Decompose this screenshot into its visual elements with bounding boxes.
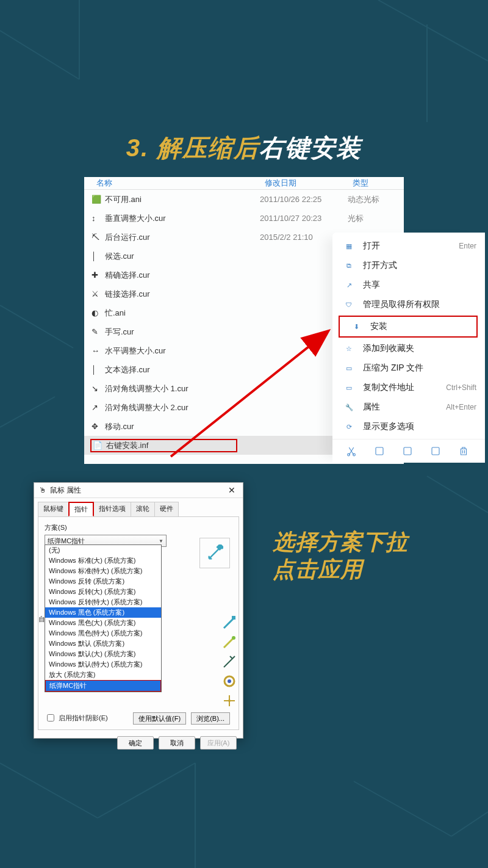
pointer-shadow-checkbox[interactable]: 启用指针阴影(E) (45, 712, 108, 723)
tab[interactable]: 鼠标键 (38, 502, 69, 516)
context-menu-item[interactable]: ⧉打开方式 (332, 256, 485, 275)
dropdown-option[interactable]: Windows 标准(特大) (系统方案) (45, 566, 161, 576)
dropdown-option[interactable]: Windows 反转(大) (系统方案) (45, 587, 161, 597)
svg-text:🔧: 🔧 (345, 403, 354, 411)
scheme-label: 方案(S) (45, 523, 232, 532)
context-menu-item[interactable]: ⬇安装 (339, 316, 478, 338)
menu-item-icon: 🔧 (343, 402, 354, 413)
file-icon: │ (92, 365, 101, 375)
tab[interactable]: 指针选项 (93, 502, 131, 516)
cursor-icon (221, 673, 237, 689)
svg-text:⬇: ⬇ (354, 323, 359, 330)
share-icon[interactable] (430, 446, 441, 457)
context-menu-item[interactable]: 🛡管理员取得所有权限 (332, 295, 485, 314)
dropdown-option[interactable]: Windows 标准(大) (系统方案) (45, 555, 161, 566)
titlebar: 🖱 鼠标 属性 ✕ (34, 483, 243, 498)
dropdown-option[interactable]: Windows 默认 (系统方案) (45, 638, 161, 649)
dropdown-option[interactable]: Windows 反转(特大) (系统方案) (45, 597, 161, 607)
dropdown-option[interactable]: Windows 默认(大) (系统方案) (45, 649, 161, 659)
apply-button[interactable]: 应用(A) (200, 736, 237, 750)
context-menu-item[interactable]: ☆添加到收藏夹 (332, 339, 485, 358)
context-menu-item[interactable]: ▭压缩为 ZIP 文件 (332, 358, 485, 378)
file-date: 2011/10/27 20:23 (260, 214, 348, 223)
cursor-preview (199, 538, 230, 568)
subtitle-line2: 点击应用 (273, 555, 408, 583)
file-name: 沿对角线调整大小 2.cur (105, 402, 188, 413)
svg-line-2 (378, 0, 488, 61)
menu-item-shortcut: Ctrl+Shift (446, 383, 483, 392)
copy-icon[interactable] (374, 446, 385, 457)
instruction-subtitle: 选择方案下拉 点击应用 (273, 528, 408, 583)
tab[interactable]: 指针 (68, 502, 94, 516)
svg-rect-24 (376, 447, 383, 455)
menu-item-icon: 🛡 (343, 299, 354, 310)
rename-icon[interactable] (402, 446, 413, 457)
menu-item-shortcut: Alt+Enter (446, 403, 483, 411)
dropdown-option[interactable]: Windows 默认(特大) (系统方案) (45, 659, 161, 670)
file-name: 文本选择.cur (105, 364, 150, 375)
tab[interactable]: 硬件 (154, 502, 179, 516)
checkbox-input[interactable] (47, 714, 54, 722)
file-row[interactable]: ↕垂直调整大小.cur2011/10/27 20:23光标 (84, 209, 404, 228)
menu-item-icon: ↗ (343, 280, 354, 291)
svg-rect-25 (404, 447, 411, 455)
file-date: 2011/10/26 22:25 (260, 195, 348, 204)
ok-button[interactable]: 确定 (117, 736, 154, 750)
svg-text:↗: ↗ (346, 281, 352, 289)
menu-item-label: 添加到收藏夹 (363, 343, 468, 354)
dropdown-option[interactable]: (无) (45, 545, 161, 555)
col-date[interactable]: 修改日期 (265, 178, 353, 189)
svg-line-6 (427, 476, 488, 513)
file-name: 后台运行.cur (105, 232, 150, 243)
context-menu-item[interactable]: 🔧属性Alt+Enter (332, 397, 485, 417)
dropdown-option[interactable]: 放大 (系统方案) (45, 670, 161, 680)
file-name: 不可用.ani (105, 194, 142, 205)
dropdown-option[interactable]: Windows 反转 (系统方案) (45, 576, 161, 587)
context-menu-item[interactable]: ▦打开Enter (332, 236, 485, 256)
cut-icon[interactable] (346, 446, 357, 457)
file-icon: ↘ (92, 384, 101, 394)
cancel-button[interactable]: 取消 (159, 736, 195, 750)
svg-text:⧉: ⧉ (346, 262, 351, 269)
context-menu-item[interactable]: ⟳显示更多选项 (332, 417, 485, 436)
file-name: 精确选择.cur (105, 270, 150, 281)
cursor-icon (221, 615, 237, 631)
menu-item-label: 打开 (363, 241, 450, 251)
chevron-down-icon: ▼ (159, 538, 163, 544)
menu-item-shortcut: Enter (459, 242, 483, 250)
file-type: 动态光标 (348, 194, 404, 205)
dropdown-option[interactable]: 纸弹MC指针 (46, 681, 160, 691)
delete-icon[interactable] (458, 446, 469, 457)
dropdown-option[interactable]: Windows 黑色(特大) (系统方案) (45, 628, 161, 638)
menu-item-label: 管理员取得所有权限 (363, 299, 468, 310)
file-name: 手写.cur (105, 327, 134, 338)
close-icon[interactable]: ✕ (226, 485, 238, 495)
menu-item-label: 共享 (363, 280, 468, 291)
menu-item-label: 复制文件地址 (363, 382, 437, 393)
svg-text:▭: ▭ (346, 364, 352, 372)
file-name: 垂直调整大小.cur (105, 213, 166, 224)
menu-item-label: 显示更多选项 (363, 421, 468, 432)
svg-point-22 (348, 454, 350, 456)
browse-button[interactable]: 浏览(B)... (191, 712, 230, 725)
svg-point-23 (353, 454, 356, 456)
menu-item-icon: ▭ (343, 382, 354, 393)
dropdown-option[interactable]: Windows 黑色(大) (系统方案) (45, 618, 161, 628)
menu-item-icon: ▦ (343, 241, 354, 251)
col-type[interactable]: 类型 (353, 178, 404, 189)
dialog-title: 鼠标 属性 (50, 485, 226, 496)
file-name: 链接选择.cur (105, 289, 150, 300)
dropdown-option[interactable]: Windows 黑色 (系统方案) (45, 607, 161, 618)
col-name[interactable]: 名称 (84, 178, 265, 189)
tab[interactable]: 滚轮 (131, 502, 155, 516)
file-icon: ⚔ (92, 289, 101, 299)
file-icon: │ (92, 251, 101, 261)
file-name: 忙.ani (105, 308, 126, 319)
dialog-body: 方案(S) 纸弹MC指针 ▼ (无)Windows 标准(大) (系统方案)Wi… (38, 516, 239, 730)
use-defaults-button[interactable]: 使用默认值(F) (133, 712, 186, 725)
context-menu-item[interactable]: ↗共享 (332, 275, 485, 295)
file-icon: ↕ (92, 214, 101, 223)
column-headers: 名称 修改日期 类型 (84, 177, 404, 190)
file-row[interactable]: 🟩不可用.ani2011/10/26 22:25动态光标 (84, 190, 404, 209)
context-menu-item[interactable]: ▭复制文件地址Ctrl+Shift (332, 378, 485, 397)
